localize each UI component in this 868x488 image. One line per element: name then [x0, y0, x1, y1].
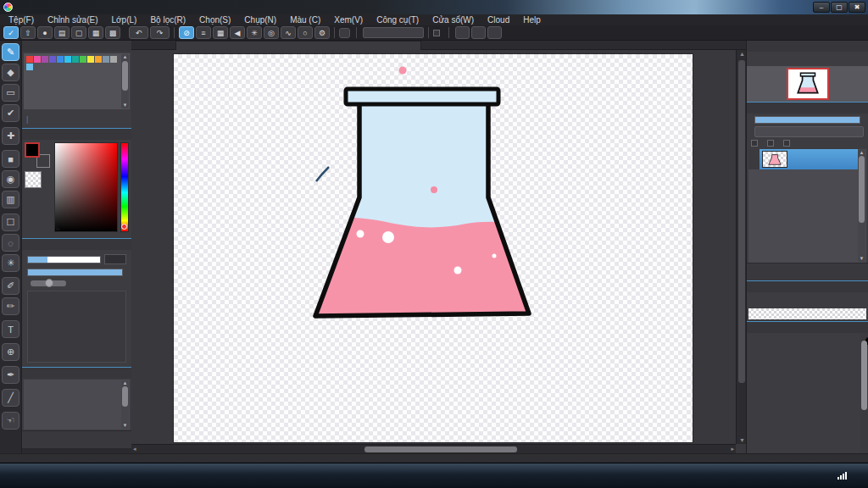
- brush-tool[interactable]: ✎: [2, 43, 19, 61]
- file-icon[interactable]: ▢: [71, 26, 86, 39]
- drawing-canvas[interactable]: [174, 54, 693, 442]
- menu-item-8[interactable]: Công cụ(T): [370, 14, 426, 25]
- divide-tool[interactable]: ╱: [2, 389, 19, 407]
- palette-swatch-11[interactable]: [110, 56, 117, 63]
- redo-icon[interactable]: ↷: [150, 26, 170, 39]
- blend-mode-select[interactable]: [754, 126, 864, 137]
- move-tool[interactable]: ✚: [2, 127, 19, 145]
- soft-edge-checkbox[interactable]: [433, 30, 440, 36]
- layer-scrollbar[interactable]: ▲▼: [858, 150, 865, 262]
- cloud-save-icon[interactable]: ✓: [3, 26, 19, 39]
- concentric-icon[interactable]: ◎: [264, 26, 279, 39]
- hand-tool[interactable]: ☜: [2, 412, 19, 430]
- minimize-button[interactable]: –: [813, 2, 830, 13]
- scrollbar-thumb[interactable]: [364, 446, 517, 452]
- keep-edge-button[interactable]: [487, 26, 502, 39]
- edge-width-slider[interactable]: [31, 280, 66, 286]
- palette-swatch-6[interactable]: [72, 56, 79, 63]
- palette-swatch-2[interactable]: [42, 56, 48, 63]
- magic-wand-tool[interactable]: ✳: [2, 254, 19, 272]
- palette-swatch-4[interactable]: [57, 56, 64, 63]
- brush-opacity-slider[interactable]: [27, 269, 123, 276]
- vanishing-point-icon[interactable]: ◀: [230, 26, 245, 39]
- menu-item-9[interactable]: Cửa sổ(W): [426, 14, 481, 25]
- signature: [316, 167, 329, 181]
- palette-swatch-1[interactable]: [34, 56, 41, 63]
- menu-item-7[interactable]: Xem(V): [327, 14, 370, 25]
- menu-item-6[interactable]: Màu (C): [283, 14, 327, 25]
- menu-item-5[interactable]: Chụp(N): [237, 14, 283, 25]
- adjust-select[interactable]: [363, 27, 424, 38]
- palette-swatch-3[interactable]: [49, 56, 56, 63]
- gradient-tool[interactable]: ▥: [2, 191, 19, 208]
- close-button[interactable]: ✖: [849, 2, 865, 13]
- network-icon[interactable]: [837, 472, 847, 480]
- clipping-checkbox[interactable]: [767, 140, 774, 147]
- hue-slider[interactable]: [120, 142, 129, 232]
- brush-list-scrollbar[interactable]: ▲▼: [121, 380, 129, 429]
- palette-scrollbar[interactable]: ▲▼: [121, 54, 129, 108]
- palette-swatch-0[interactable]: [26, 56, 33, 63]
- layer-row[interactable]: [748, 149, 858, 169]
- reset-button[interactable]: [455, 26, 470, 39]
- export-icon[interactable]: ⇧: [20, 26, 36, 39]
- parallel-lines-icon[interactable]: ≡: [196, 26, 211, 39]
- layer-opacity-slider[interactable]: [754, 116, 860, 124]
- text-tool[interactable]: T: [2, 320, 19, 338]
- menu-item-1[interactable]: Chỉnh sửa(E): [41, 14, 105, 25]
- select-eraser-tool[interactable]: ✏: [2, 297, 19, 315]
- menu-item-3[interactable]: Bộ lọc(R): [143, 14, 192, 25]
- ellipse-snap-icon[interactable]: ○: [298, 26, 313, 39]
- brush-size-scrollbar[interactable]: ▲▼: [860, 333, 868, 453]
- palette-swatch-8[interactable]: [87, 56, 94, 63]
- shape-brush-tool[interactable]: ▭: [2, 84, 19, 102]
- menu-item-2[interactable]: Lớp(L): [105, 14, 144, 25]
- maximize-button[interactable]: ▢: [831, 2, 848, 13]
- menu-bar: Tệp(F)Chỉnh sửa(E)Lớp(L)Bộ lọc(R)Chọn(S)…: [0, 14, 868, 25]
- panel-settings-icon[interactable]: ▦: [88, 26, 103, 39]
- eyedropper-tool[interactable]: ✒: [2, 366, 19, 384]
- reference-preview[interactable]: [748, 308, 866, 319]
- navigator-preview-area[interactable]: [747, 66, 868, 102]
- comment-icon[interactable]: ●: [37, 26, 53, 39]
- menu-item-0[interactable]: Tệp(F): [2, 14, 41, 25]
- comment-panel-icon[interactable]: ▤: [54, 26, 70, 39]
- fill-rect-tool[interactable]: ■: [2, 150, 19, 168]
- palette-swatch-row2-0[interactable]: [26, 64, 33, 70]
- snap-settings-icon[interactable]: ⚙: [314, 26, 330, 39]
- palette-swatch-5[interactable]: [64, 56, 71, 63]
- select-rect-tool[interactable]: ☐: [2, 214, 19, 231]
- window-layout-icon[interactable]: ▩: [105, 26, 120, 39]
- lasso-tool[interactable]: ◌: [2, 234, 19, 252]
- canvas-vscrollbar[interactable]: ▲▼: [736, 50, 746, 444]
- layer-visibility-toggle[interactable]: [748, 149, 760, 169]
- transparent-color-swatch[interactable]: [25, 171, 42, 188]
- transform-tool[interactable]: ⊕: [2, 343, 19, 361]
- foreground-color-swatch[interactable]: [25, 142, 40, 158]
- menu-item-4[interactable]: Chọn(S): [192, 14, 237, 25]
- grid-snap-icon[interactable]: ▦: [213, 26, 228, 39]
- curve-snap-icon[interactable]: ∿: [281, 26, 296, 39]
- no-correction-icon[interactable]: ⊘: [179, 26, 194, 39]
- palette-swatch-9[interactable]: [95, 56, 102, 63]
- canvas-hscrollbar[interactable]: ◂▸: [131, 444, 736, 453]
- undo-icon[interactable]: ↶: [129, 26, 148, 39]
- antialias-icon[interactable]: [339, 28, 350, 38]
- curve-brush-tool[interactable]: ✔: [2, 104, 19, 122]
- radial-snap-icon[interactable]: ✳: [247, 26, 262, 39]
- lock-layer-checkbox[interactable]: [783, 140, 790, 147]
- palette-swatch-7[interactable]: [80, 56, 86, 63]
- brush-list-panel: ▲▼: [22, 367, 131, 448]
- menu-item-10[interactable]: Cloud: [481, 14, 516, 25]
- select-pen-tool[interactable]: ✐: [2, 277, 19, 295]
- bucket-tool[interactable]: ◉: [2, 170, 19, 188]
- eraser-tool[interactable]: ◆: [2, 64, 19, 81]
- document-tab[interactable]: [175, 41, 421, 50]
- saturation-value-picker[interactable]: [54, 142, 118, 232]
- brush-size-slider[interactable]: [27, 256, 101, 263]
- brush-size-value[interactable]: [104, 254, 126, 264]
- menu-item-11[interactable]: Help: [516, 14, 548, 25]
- protect-alpha-checkbox[interactable]: [751, 140, 758, 147]
- palette-swatch-10[interactable]: [103, 56, 109, 63]
- straight-line-button[interactable]: [471, 26, 486, 39]
